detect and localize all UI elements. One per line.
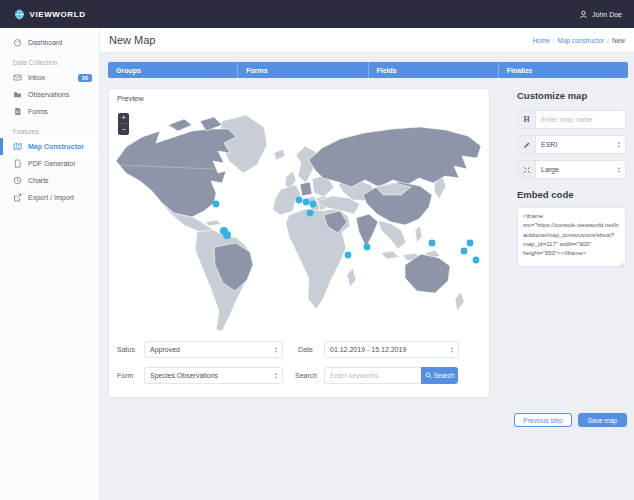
tab-groups[interactable]: Groups: [108, 62, 238, 78]
pencil-icon: [518, 136, 536, 153]
map-size-select[interactable]: Large ▴▾: [536, 161, 625, 178]
map-filters: Satus Approved ▴▾ Date 01.12.2019 - 15.1…: [117, 341, 481, 384]
main-content: Groups Forms Fields Finalize Preview + −: [100, 53, 634, 500]
tab-forms[interactable]: Forms: [238, 62, 368, 78]
dashboard-icon: [13, 38, 22, 47]
date-label: Date: [298, 346, 324, 353]
save-map-button[interactable]: Save map: [578, 413, 627, 427]
sidebar: Dashboard Data Collection Inbox 20 Obser…: [0, 28, 100, 500]
document-icon: [13, 107, 22, 116]
filter-row-form-search: Form Species Observations ▴▾ Search Sear…: [117, 367, 481, 384]
country-caribbean: [205, 220, 221, 226]
folder-icon: [13, 90, 22, 99]
date-select[interactable]: 01.12.2019 - 15.12.2019 ▴▾: [324, 341, 459, 358]
sidebar-item-label: Map Constructor: [28, 143, 84, 150]
sidebar-section-data-collection: Data Collection: [0, 51, 99, 69]
sidebar-item-dashboard[interactable]: Dashboard: [0, 34, 99, 51]
sidebar-item-charts[interactable]: Charts: [0, 172, 99, 189]
heading-icon: H: [518, 111, 536, 128]
sidebar-section-features: Features: [0, 120, 99, 138]
export-icon: [13, 193, 22, 202]
date-value: 01.12.2019 - 15.12.2019: [330, 346, 406, 353]
sidebar-item-pdf-generator[interactable]: PDF Generator: [0, 155, 99, 172]
form-label: Form: [117, 372, 144, 379]
sidebar-item-label: Observations: [28, 91, 69, 98]
user-name: John Doe: [592, 11, 622, 18]
map-name-field: H: [517, 110, 626, 129]
brand-logo[interactable]: VIEWWORLD: [0, 9, 100, 20]
preview-label: Preview: [117, 94, 144, 103]
customize-title: Customize map: [517, 90, 626, 101]
sidebar-item-forms[interactable]: Forms: [0, 103, 99, 120]
country-arctic-islands: [168, 119, 192, 131]
sidebar-item-observations[interactable]: Observations: [0, 86, 99, 103]
map-name-input[interactable]: [536, 111, 625, 128]
user-icon: [579, 10, 588, 19]
country-indonesia: [381, 251, 399, 259]
zoom-in-button[interactable]: +: [118, 113, 129, 124]
form-value: Species Observations: [150, 372, 218, 379]
page-title: New Map: [109, 34, 155, 46]
country-madagascar: [347, 268, 356, 287]
step-tabs: Groups Forms Fields Finalize: [108, 62, 628, 78]
app-root: VIEWWORLD John Doe Dashboard Data Collec…: [0, 0, 634, 500]
stepper-icon: ▴▾: [451, 346, 453, 353]
sidebar-item-label: Export / Import: [28, 194, 74, 201]
country-iceland: [274, 149, 285, 160]
search-button[interactable]: Search: [421, 367, 458, 384]
search-icon: [425, 372, 432, 379]
zoom-out-button[interactable]: −: [118, 124, 129, 135]
sidebar-item-label: Dashboard: [28, 39, 62, 46]
inbox-count-badge: 20: [78, 74, 92, 82]
breadcrumb-home[interactable]: Home: [532, 37, 549, 44]
tab-fields[interactable]: Fields: [369, 62, 499, 78]
world-map[interactable]: [110, 103, 488, 337]
topbar: VIEWWORLD John Doe: [0, 0, 634, 28]
embed-code-title: Embed code: [517, 189, 626, 200]
search-button-label: Search: [434, 372, 455, 379]
stepper-icon: ▴▾: [618, 166, 620, 173]
country-greenland: [219, 115, 267, 173]
filter-row-status-date: Satus Approved ▴▾ Date 01.12.2019 - 15.1…: [117, 341, 481, 358]
inbox-icon: [13, 73, 22, 82]
map-preview-card: Preview + −: [108, 88, 490, 398]
embed-code-textarea[interactable]: <iframe src="https://console.viewworld.n…: [517, 207, 626, 267]
country-new-zealand: [455, 292, 464, 311]
search-input[interactable]: [324, 367, 421, 384]
search-label: Search: [295, 372, 324, 379]
stepper-icon: ▴▾: [618, 141, 620, 148]
breadcrumb-separator: /: [607, 37, 609, 44]
customize-panel: Customize map H ESRI ▴▾: [517, 90, 626, 271]
basemap-field: ESRI ▴▾: [517, 135, 626, 154]
map-size-value: Large: [541, 166, 559, 173]
sidebar-item-export-import[interactable]: Export / Import: [0, 189, 99, 206]
breadcrumb-current: New: [612, 37, 625, 44]
breadcrumb-separator: /: [553, 37, 555, 44]
basemap-select[interactable]: ESRI ▴▾: [536, 136, 625, 153]
country-india: [356, 214, 378, 247]
form-select[interactable]: Species Observations ▴▾: [144, 367, 283, 384]
user-menu[interactable]: John Doe: [579, 10, 634, 19]
chart-icon: [13, 176, 22, 185]
previous-step-button[interactable]: Previous step: [514, 413, 571, 427]
stepper-icon: ▴▾: [275, 372, 277, 379]
sidebar-item-label: PDF Generator: [28, 160, 75, 167]
sidebar-item-label: Inbox: [28, 74, 45, 81]
globe-icon: [14, 9, 25, 20]
page-header: New Map Home / Map constructor / New: [100, 28, 634, 53]
map-icon: [13, 142, 22, 151]
basemap-value: ESRI: [541, 141, 557, 148]
map-zoom-control: + −: [118, 113, 129, 135]
stepper-icon: ▴▾: [275, 346, 277, 353]
status-label: Satus: [117, 346, 144, 353]
status-value: Approved: [150, 346, 180, 353]
sidebar-item-inbox[interactable]: Inbox 20: [0, 69, 99, 86]
tab-finalize[interactable]: Finalize: [499, 62, 628, 78]
breadcrumb-map-constructor[interactable]: Map constructor: [558, 37, 605, 44]
embed-code-wrap: <iframe src="https://console.viewworld.n…: [517, 207, 626, 271]
status-select[interactable]: Approved ▴▾: [144, 341, 283, 358]
country-philippines: [415, 226, 422, 243]
sidebar-item-map-constructor[interactable]: Map Constructor: [0, 138, 99, 155]
brand-name: VIEWWORLD: [29, 10, 85, 19]
resize-icon: [518, 161, 536, 178]
